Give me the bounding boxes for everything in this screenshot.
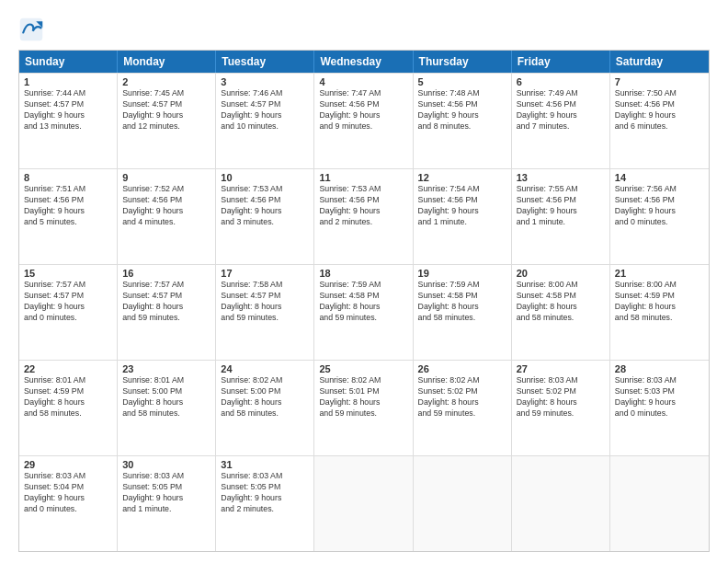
logo bbox=[18, 17, 48, 42]
cell-sun-info: Sunrise: 8:03 AM Sunset: 5:04 PM Dayligh… bbox=[24, 471, 112, 515]
cell-sun-info: Sunrise: 8:00 AM Sunset: 4:58 PM Dayligh… bbox=[517, 280, 605, 324]
calendar-cell-day-18: 18Sunrise: 7:59 AM Sunset: 4:58 PM Dayli… bbox=[314, 265, 413, 360]
calendar-cell-day-27: 27Sunrise: 8:03 AM Sunset: 5:02 PM Dayli… bbox=[512, 361, 610, 455]
calendar-cell-day-24: 24Sunrise: 8:02 AM Sunset: 5:00 PM Dayli… bbox=[216, 361, 314, 455]
cell-sun-info: Sunrise: 8:02 AM Sunset: 5:00 PM Dayligh… bbox=[221, 375, 309, 419]
cell-sun-info: Sunrise: 7:45 AM Sunset: 4:57 PM Dayligh… bbox=[122, 88, 210, 132]
day-number: 9 bbox=[122, 172, 210, 183]
day-number: 21 bbox=[615, 268, 704, 279]
header-day-saturday: Saturday bbox=[610, 51, 709, 73]
cell-sun-info: Sunrise: 7:58 AM Sunset: 4:57 PM Dayligh… bbox=[221, 280, 309, 324]
calendar-cell-empty bbox=[314, 456, 413, 551]
cell-sun-info: Sunrise: 7:49 AM Sunset: 4:56 PM Dayligh… bbox=[517, 88, 605, 132]
day-number: 4 bbox=[319, 76, 407, 87]
calendar-cell-day-15: 15Sunrise: 7:57 AM Sunset: 4:57 PM Dayli… bbox=[19, 265, 118, 360]
calendar-row-3: 15Sunrise: 7:57 AM Sunset: 4:57 PM Dayli… bbox=[19, 264, 709, 360]
calendar-cell-day-5: 5Sunrise: 7:48 AM Sunset: 4:56 PM Daylig… bbox=[414, 74, 512, 168]
day-number: 16 bbox=[122, 268, 210, 279]
day-number: 1 bbox=[24, 76, 112, 87]
calendar-body: 1Sunrise: 7:44 AM Sunset: 4:57 PM Daylig… bbox=[19, 73, 709, 551]
day-number: 28 bbox=[615, 363, 704, 374]
day-number: 23 bbox=[122, 363, 210, 374]
calendar-cell-day-31: 31Sunrise: 8:03 AM Sunset: 5:05 PM Dayli… bbox=[216, 456, 314, 551]
cell-sun-info: Sunrise: 8:01 AM Sunset: 5:00 PM Dayligh… bbox=[122, 375, 210, 419]
day-number: 29 bbox=[24, 459, 112, 470]
day-number: 31 bbox=[221, 459, 309, 470]
calendar-row-4: 22Sunrise: 8:01 AM Sunset: 4:59 PM Dayli… bbox=[19, 360, 709, 455]
calendar-header: SundayMondayTuesdayWednesdayThursdayFrid… bbox=[19, 51, 709, 73]
calendar-cell-day-22: 22Sunrise: 8:01 AM Sunset: 4:59 PM Dayli… bbox=[19, 361, 118, 455]
day-number: 20 bbox=[517, 268, 605, 279]
cell-sun-info: Sunrise: 8:00 AM Sunset: 4:59 PM Dayligh… bbox=[615, 280, 704, 324]
cell-sun-info: Sunrise: 7:54 AM Sunset: 4:56 PM Dayligh… bbox=[418, 184, 506, 228]
calendar-cell-day-13: 13Sunrise: 7:55 AM Sunset: 4:56 PM Dayli… bbox=[512, 169, 610, 264]
calendar-cell-empty bbox=[610, 456, 709, 551]
header-day-monday: Monday bbox=[118, 51, 216, 73]
cell-sun-info: Sunrise: 7:53 AM Sunset: 4:56 PM Dayligh… bbox=[319, 184, 407, 228]
cell-sun-info: Sunrise: 7:53 AM Sunset: 4:56 PM Dayligh… bbox=[221, 184, 309, 228]
cell-sun-info: Sunrise: 7:56 AM Sunset: 4:56 PM Dayligh… bbox=[615, 184, 704, 228]
cell-sun-info: Sunrise: 7:51 AM Sunset: 4:56 PM Dayligh… bbox=[24, 184, 112, 228]
calendar-cell-day-6: 6Sunrise: 7:49 AM Sunset: 4:56 PM Daylig… bbox=[512, 74, 610, 168]
day-number: 8 bbox=[24, 172, 112, 183]
calendar-cell-empty bbox=[414, 456, 512, 551]
calendar-cell-day-11: 11Sunrise: 7:53 AM Sunset: 4:56 PM Dayli… bbox=[314, 169, 413, 264]
calendar-cell-day-16: 16Sunrise: 7:57 AM Sunset: 4:57 PM Dayli… bbox=[118, 265, 216, 360]
cell-sun-info: Sunrise: 7:57 AM Sunset: 4:57 PM Dayligh… bbox=[122, 280, 210, 324]
calendar-cell-day-23: 23Sunrise: 8:01 AM Sunset: 5:00 PM Dayli… bbox=[118, 361, 216, 455]
cell-sun-info: Sunrise: 8:03 AM Sunset: 5:02 PM Dayligh… bbox=[517, 375, 605, 419]
calendar-row-5: 29Sunrise: 8:03 AM Sunset: 5:04 PM Dayli… bbox=[19, 455, 709, 551]
cell-sun-info: Sunrise: 8:02 AM Sunset: 5:02 PM Dayligh… bbox=[418, 375, 506, 419]
logo-icon bbox=[18, 17, 44, 42]
day-number: 24 bbox=[221, 363, 309, 374]
calendar-cell-day-21: 21Sunrise: 8:00 AM Sunset: 4:59 PM Dayli… bbox=[610, 265, 709, 360]
calendar-cell-day-19: 19Sunrise: 7:59 AM Sunset: 4:58 PM Dayli… bbox=[414, 265, 512, 360]
calendar-cell-day-2: 2Sunrise: 7:45 AM Sunset: 4:57 PM Daylig… bbox=[118, 74, 216, 168]
day-number: 22 bbox=[24, 363, 112, 374]
day-number: 25 bbox=[319, 363, 407, 374]
day-number: 15 bbox=[24, 268, 112, 279]
day-number: 18 bbox=[319, 268, 407, 279]
cell-sun-info: Sunrise: 7:44 AM Sunset: 4:57 PM Dayligh… bbox=[24, 88, 112, 132]
day-number: 6 bbox=[517, 76, 605, 87]
header-day-sunday: Sunday bbox=[19, 51, 118, 73]
cell-sun-info: Sunrise: 7:59 AM Sunset: 4:58 PM Dayligh… bbox=[319, 280, 407, 324]
calendar-cell-day-14: 14Sunrise: 7:56 AM Sunset: 4:56 PM Dayli… bbox=[610, 169, 709, 264]
day-number: 12 bbox=[418, 172, 506, 183]
cell-sun-info: Sunrise: 8:01 AM Sunset: 4:59 PM Dayligh… bbox=[24, 375, 112, 419]
cell-sun-info: Sunrise: 7:57 AM Sunset: 4:57 PM Dayligh… bbox=[24, 280, 112, 324]
cell-sun-info: Sunrise: 7:55 AM Sunset: 4:56 PM Dayligh… bbox=[517, 184, 605, 228]
calendar-cell-day-1: 1Sunrise: 7:44 AM Sunset: 4:57 PM Daylig… bbox=[19, 74, 118, 168]
calendar-cell-day-9: 9Sunrise: 7:52 AM Sunset: 4:56 PM Daylig… bbox=[118, 169, 216, 264]
calendar-cell-day-8: 8Sunrise: 7:51 AM Sunset: 4:56 PM Daylig… bbox=[19, 169, 118, 264]
calendar-cell-day-17: 17Sunrise: 7:58 AM Sunset: 4:57 PM Dayli… bbox=[216, 265, 314, 360]
day-number: 3 bbox=[221, 76, 309, 87]
cell-sun-info: Sunrise: 7:47 AM Sunset: 4:56 PM Dayligh… bbox=[319, 88, 407, 132]
day-number: 26 bbox=[418, 363, 506, 374]
calendar-cell-day-20: 20Sunrise: 8:00 AM Sunset: 4:58 PM Dayli… bbox=[512, 265, 610, 360]
day-number: 30 bbox=[122, 459, 210, 470]
page: SundayMondayTuesdayWednesdayThursdayFrid… bbox=[0, 0, 728, 563]
calendar-cell-day-3: 3Sunrise: 7:46 AM Sunset: 4:57 PM Daylig… bbox=[216, 74, 314, 168]
day-number: 19 bbox=[418, 268, 506, 279]
cell-sun-info: Sunrise: 8:02 AM Sunset: 5:01 PM Dayligh… bbox=[319, 375, 407, 419]
calendar: SundayMondayTuesdayWednesdayThursdayFrid… bbox=[18, 50, 710, 552]
calendar-cell-day-29: 29Sunrise: 8:03 AM Sunset: 5:04 PM Dayli… bbox=[19, 456, 118, 551]
day-number: 13 bbox=[517, 172, 605, 183]
calendar-cell-day-7: 7Sunrise: 7:50 AM Sunset: 4:56 PM Daylig… bbox=[610, 74, 709, 168]
calendar-cell-day-28: 28Sunrise: 8:03 AM Sunset: 5:03 PM Dayli… bbox=[610, 361, 709, 455]
calendar-cell-day-4: 4Sunrise: 7:47 AM Sunset: 4:56 PM Daylig… bbox=[314, 74, 413, 168]
day-number: 10 bbox=[221, 172, 309, 183]
calendar-cell-day-30: 30Sunrise: 8:03 AM Sunset: 5:05 PM Dayli… bbox=[118, 456, 216, 551]
day-number: 14 bbox=[615, 172, 704, 183]
day-number: 11 bbox=[319, 172, 407, 183]
calendar-cell-day-26: 26Sunrise: 8:02 AM Sunset: 5:02 PM Dayli… bbox=[414, 361, 512, 455]
cell-sun-info: Sunrise: 8:03 AM Sunset: 5:03 PM Dayligh… bbox=[615, 375, 704, 419]
header-day-thursday: Thursday bbox=[414, 51, 512, 73]
day-number: 5 bbox=[418, 76, 506, 87]
calendar-cell-day-12: 12Sunrise: 7:54 AM Sunset: 4:56 PM Dayli… bbox=[414, 169, 512, 264]
calendar-row-2: 8Sunrise: 7:51 AM Sunset: 4:56 PM Daylig… bbox=[19, 168, 709, 264]
header-day-friday: Friday bbox=[512, 51, 610, 73]
cell-sun-info: Sunrise: 8:03 AM Sunset: 5:05 PM Dayligh… bbox=[122, 471, 210, 515]
day-number: 17 bbox=[221, 268, 309, 279]
